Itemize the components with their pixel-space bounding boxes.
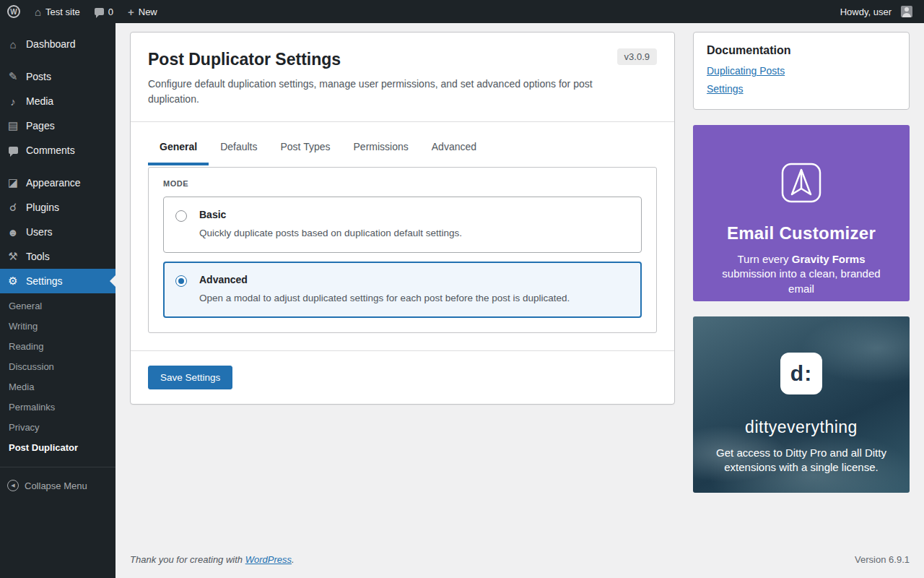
settings-card-body: MODE Basic Quickly duplicate posts based…	[131, 165, 674, 350]
email-text-bold: Gravity Forms	[792, 253, 866, 265]
sidebar-item-plugins[interactable]: Plugins	[0, 195, 116, 220]
advanced-radio[interactable]	[175, 275, 187, 287]
version-badge: v3.0.9	[617, 48, 657, 65]
howdy-label: Howdy, user	[840, 7, 892, 17]
email-customizer-text: Turn every Gravity Forms submission into…	[712, 252, 891, 296]
email-text-after: submission into a clean, branded email	[722, 267, 880, 294]
posts-icon	[6, 70, 20, 83]
pages-icon	[6, 119, 20, 132]
option-basic[interactable]: Basic Quickly duplicate posts based on d…	[163, 197, 642, 253]
wp-logo-menu[interactable]: W	[0, 0, 27, 23]
ditty-text: Get access to Ditty Pro and all Ditty ex…	[712, 446, 891, 475]
admin-sidebar: Dashboard Posts Media Pages Comments App…	[0, 23, 116, 578]
avatar	[901, 6, 912, 17]
settings-card-header: Post Duplicator Settings v3.0.9 Configur…	[131, 33, 674, 122]
appearance-icon	[6, 176, 20, 189]
new-content-button[interactable]: + New	[121, 0, 165, 23]
tab-advanced[interactable]: Advanced	[420, 131, 488, 165]
submenu-item-privacy[interactable]: Privacy	[0, 418, 116, 438]
sidebar-item-label: Tools	[26, 251, 50, 262]
sidebar-item-comments[interactable]: Comments	[0, 138, 116, 163]
comment-bubble-icon	[95, 8, 104, 15]
main-content: Post Duplicator Settings v3.0.9 Configur…	[116, 0, 924, 578]
tab-defaults[interactable]: Defaults	[209, 131, 269, 165]
save-settings-button[interactable]: Save Settings	[148, 366, 232, 389]
settings-submenu: General Writing Reading Discussion Media…	[0, 293, 116, 467]
submenu-item-post-duplicator[interactable]: Post Duplicator	[0, 438, 116, 458]
admin-footer: Thank you for creating with WordPress. V…	[116, 544, 924, 578]
comments-count: 0	[108, 7, 113, 17]
sidebar-item-tools[interactable]: Tools	[0, 244, 116, 269]
wordpress-link[interactable]: WordPress	[245, 554, 292, 565]
ditty-logo-icon: d:	[780, 353, 822, 394]
settings-card: Post Duplicator Settings v3.0.9 Configur…	[130, 32, 675, 405]
tools-icon	[6, 250, 20, 263]
menu-separator	[0, 56, 116, 64]
sidebar-item-users[interactable]: Users	[0, 220, 116, 244]
sidebar-item-label: Pages	[26, 120, 55, 131]
ditty-ad[interactable]: d: dittyeverything Get access to Ditty P…	[693, 316, 910, 493]
sidebar-item-dashboard[interactable]: Dashboard	[0, 32, 116, 56]
basic-label: Basic	[199, 209, 462, 220]
email-customizer-title: Email Customizer	[712, 223, 891, 243]
home-icon: ⌂	[35, 7, 41, 17]
new-label: New	[139, 7, 157, 17]
submenu-item-discussion[interactable]: Discussion	[0, 357, 116, 377]
thanks-text-before: Thank you for creating with	[130, 554, 245, 565]
sidebar-item-label: Plugins	[26, 202, 59, 213]
plugins-icon	[6, 201, 20, 214]
sidebar-item-pages[interactable]: Pages	[0, 113, 116, 138]
page-title: Post Duplicator Settings	[148, 50, 657, 69]
basic-radio[interactable]	[175, 210, 187, 222]
submenu-item-reading[interactable]: Reading	[0, 337, 116, 357]
sidebar-item-appearance[interactable]: Appearance	[0, 171, 116, 195]
comments-icon	[6, 147, 20, 154]
submenu-item-media[interactable]: Media	[0, 377, 116, 397]
media-icon	[6, 95, 20, 108]
doc-link-settings[interactable]: Settings	[707, 83, 744, 95]
mode-panel: MODE Basic Quickly duplicate posts based…	[148, 167, 657, 333]
plus-icon: +	[128, 6, 134, 18]
advanced-description: Open a modal to adjust duplicated settin…	[199, 292, 570, 306]
howdy-account-link[interactable]: Howdy, user	[833, 0, 920, 23]
sidebar-item-label: Comments	[26, 144, 75, 156]
submenu-item-permalinks[interactable]: Permalinks	[0, 397, 116, 418]
collapse-arrow-icon: ◀	[7, 480, 19, 491]
tab-post-types[interactable]: Post Types	[269, 131, 342, 165]
collapse-menu-label: Collapse Menu	[25, 480, 87, 491]
documentation-panel: Documentation Duplicating Posts Settings	[693, 32, 910, 110]
sidebar-item-label: Appearance	[26, 177, 81, 189]
comments-shortcut[interactable]: 0	[87, 0, 121, 23]
settings-icon	[6, 275, 20, 288]
thanks-text-after: .	[292, 554, 295, 565]
admin-bar: W ⌂ Test site 0 + New Howdy, user	[0, 0, 924, 23]
settings-tabs: General Defaults Post Types Permissions …	[131, 122, 674, 165]
submenu-item-writing[interactable]: Writing	[0, 316, 116, 337]
site-name-link[interactable]: ⌂ Test site	[27, 0, 87, 23]
doc-link-duplicating-posts[interactable]: Duplicating Posts	[707, 65, 785, 77]
users-icon	[6, 226, 20, 238]
sidebar-item-settings[interactable]: Settings	[0, 269, 116, 293]
site-name-label: Test site	[45, 7, 80, 17]
collapse-menu-button[interactable]: ◀ Collapse Menu	[0, 473, 116, 498]
submenu-item-general[interactable]: General	[0, 296, 116, 316]
email-customizer-ad[interactable]: Email Customizer Turn every Gravity Form…	[693, 125, 910, 301]
sidebar-item-label: Media	[26, 95, 53, 107]
email-text-before: Turn every	[737, 253, 791, 265]
paper-plane-icon	[712, 160, 891, 206]
settings-card-footer: Save Settings	[131, 350, 674, 404]
sidebar-item-label: Users	[26, 226, 53, 238]
sidebar-item-label: Dashboard	[26, 38, 76, 50]
documentation-title: Documentation	[707, 44, 896, 57]
sidebar-item-label: Settings	[26, 275, 63, 287]
footer-thanks: Thank you for creating with WordPress.	[130, 554, 295, 565]
tab-general[interactable]: General	[148, 131, 209, 165]
wordpress-logo-icon: W	[7, 5, 20, 18]
advanced-label: Advanced	[199, 274, 570, 285]
ditty-title: dittyeverything	[712, 418, 891, 437]
tab-permissions[interactable]: Permissions	[342, 131, 420, 165]
option-advanced[interactable]: Advanced Open a modal to adjust duplicat…	[163, 262, 642, 318]
sidebar-item-posts[interactable]: Posts	[0, 64, 116, 89]
sidebar-item-media[interactable]: Media	[0, 89, 116, 113]
sidebar-item-label: Posts	[26, 71, 51, 82]
